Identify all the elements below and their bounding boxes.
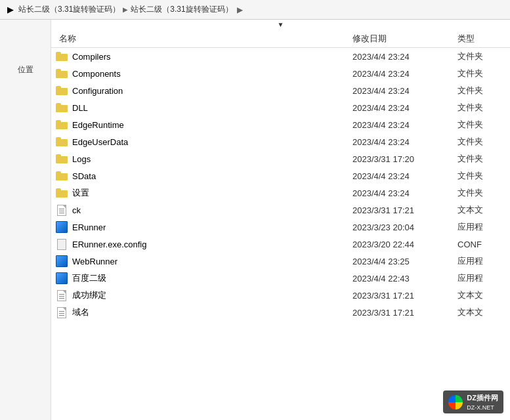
file-date: 2023/4/4 23:24 (352, 137, 457, 147)
breadcrumb-item-2[interactable]: 站长二级（3.31旋转验证码） (131, 4, 232, 15)
file-type: 应用程 (457, 272, 510, 284)
column-headers: 名称 修改日期 类型 (51, 30, 510, 48)
file-date: 2023/3/31 17:21 (352, 205, 457, 215)
breadcrumb-arrow: ▶ (237, 5, 243, 14)
file-name: WebRunner (72, 257, 352, 266)
watermark: DZ插件网 DZ-X.NET (443, 390, 503, 413)
table-row[interactable]: 域名2023/3/31 17:21文本文 (51, 304, 510, 321)
file-icon-cell (51, 239, 72, 250)
file-icon-cell (51, 188, 72, 198)
file-type: 文件夹 (457, 51, 510, 62)
table-row[interactable]: ERunner.exe.config2023/3/20 22:44CONF (51, 236, 510, 253)
file-type: 文件夹 (457, 153, 510, 165)
folder-icon (56, 120, 68, 129)
file-icon-cell (51, 120, 72, 129)
folder-icon (56, 52, 68, 61)
watermark-text: DZ插件网 DZ-X.NET (467, 393, 498, 411)
col-header-date[interactable]: 修改日期 (352, 33, 457, 45)
file-type: 文本文 (457, 289, 510, 301)
folder-icon (56, 154, 68, 163)
file-type: 文件夹 (457, 102, 510, 114)
file-type: 文件夹 (457, 170, 510, 182)
file-date: 2023/3/20 22:44 (352, 240, 457, 249)
folder-icon (56, 103, 68, 112)
file-icon-cell (51, 137, 72, 146)
file-name: 成功绑定 (72, 289, 352, 301)
text-file-icon (57, 307, 66, 318)
folder-icon (56, 137, 68, 146)
table-row[interactable]: DLL2023/4/4 23:24文件夹 (51, 99, 510, 116)
table-row[interactable]: SData2023/4/4 23:24文件夹 (51, 167, 510, 184)
app-file-icon (56, 272, 68, 284)
folder-icon (56, 86, 68, 95)
sidebar-location[interactable]: 位置 (0, 59, 51, 81)
sort-indicator: ▼ (51, 20, 510, 30)
table-row[interactable]: ERunner2023/3/23 20:04应用程 (51, 219, 510, 236)
col-header-name[interactable]: 名称 (51, 33, 352, 45)
file-name: 设置 (72, 187, 352, 199)
file-type: 文件夹 (457, 68, 510, 79)
file-type: 文件夹 (457, 85, 510, 96)
folder-icon (56, 69, 68, 78)
title-bar: ▶ 站长二级（3.31旋转验证码） ▶ 站长二级（3.31旋转验证码） ▶ (0, 0, 510, 20)
table-row[interactable]: Compilers2023/4/4 23:24文件夹 (51, 48, 510, 65)
table-row[interactable]: Components2023/4/4 23:24文件夹 (51, 65, 510, 82)
breadcrumb-item-1[interactable]: 站长二级（3.31旋转验证码） (18, 4, 120, 15)
file-name: ERunner (72, 222, 352, 232)
table-row[interactable]: WebRunner2023/4/4 23:25应用程 (51, 253, 510, 270)
file-name: 域名 (72, 306, 352, 318)
file-icon-cell (51, 171, 72, 180)
table-row[interactable]: EdgeUserData2023/4/4 23:24文件夹 (51, 133, 510, 150)
folder-icon (56, 188, 68, 198)
file-icon-cell (51, 69, 72, 78)
file-name: Compilers (72, 52, 352, 62)
table-row[interactable]: 成功绑定2023/3/31 17:21文本文 (51, 287, 510, 304)
file-date: 2023/4/4 23:24 (352, 103, 457, 113)
sidebar: 位置 (0, 20, 51, 420)
table-row[interactable]: 百度二级2023/4/4 22:43应用程 (51, 270, 510, 287)
file-icon-cell (51, 154, 72, 163)
file-icon-cell (51, 307, 72, 318)
file-type: 应用程 (457, 255, 510, 267)
text-file-icon (57, 290, 66, 301)
file-date: 2023/4/4 23:24 (352, 188, 457, 198)
file-date: 2023/4/4 23:24 (352, 69, 457, 79)
breadcrumb: 站长二级（3.31旋转验证码） ▶ 站长二级（3.31旋转验证码） ▶ (18, 4, 243, 15)
file-date: 2023/3/31 17:21 (352, 291, 457, 301)
table-row[interactable]: Configuration2023/4/4 23:24文件夹 (51, 82, 510, 99)
file-list: Compilers2023/4/4 23:24文件夹Components2023… (51, 48, 510, 420)
file-name: 百度二级 (72, 272, 352, 284)
file-date: 2023/3/23 20:04 (352, 222, 457, 232)
table-row[interactable]: 设置2023/4/4 23:24文件夹 (51, 184, 510, 201)
file-date: 2023/3/31 17:21 (352, 308, 457, 318)
file-name: Configuration (72, 86, 352, 96)
file-icon-cell (51, 86, 72, 95)
folder-icon (56, 171, 68, 180)
file-date: 2023/4/4 23:24 (352, 86, 457, 96)
config-file-icon (57, 239, 66, 250)
file-icon-cell (51, 205, 72, 216)
file-date: 2023/4/4 23:24 (352, 52, 457, 62)
file-icon-cell (51, 290, 72, 301)
file-type: 文本文 (457, 204, 510, 216)
file-type: 文本文 (457, 306, 510, 318)
file-name: ck (72, 205, 352, 215)
file-name: Logs (72, 154, 352, 164)
text-file-icon (57, 205, 66, 216)
folder-nav-icon: ▶ (5, 5, 16, 15)
col-header-type[interactable]: 类型 (457, 33, 510, 45)
file-name: DLL (72, 103, 352, 113)
file-name: EdgeUserData (72, 137, 352, 147)
file-name: ERunner.exe.config (72, 240, 352, 249)
file-icon-cell (51, 272, 72, 284)
table-row[interactable]: ck2023/3/31 17:21文本文 (51, 201, 510, 219)
file-date: 2023/3/31 17:20 (352, 154, 457, 164)
table-row[interactable]: Logs2023/3/31 17:20文件夹 (51, 150, 510, 167)
file-name: EdgeRuntime (72, 120, 352, 130)
file-type: 文件夹 (457, 136, 510, 148)
table-row[interactable]: EdgeRuntime2023/4/4 23:24文件夹 (51, 116, 510, 133)
file-type: CONF (457, 240, 510, 249)
app-file-icon (56, 255, 68, 267)
file-date: 2023/4/4 23:24 (352, 120, 457, 130)
file-date: 2023/4/4 23:25 (352, 257, 457, 266)
